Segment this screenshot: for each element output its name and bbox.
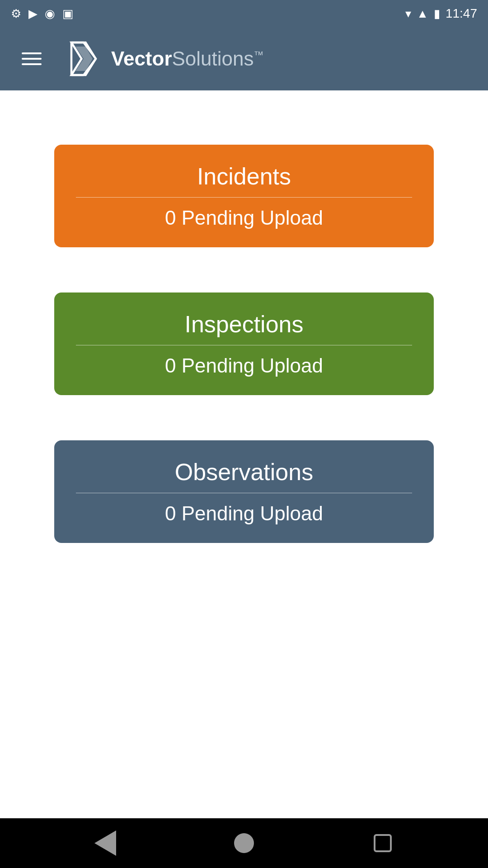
battery-icon: ▮	[434, 7, 440, 21]
incidents-divider	[76, 197, 412, 198]
recents-icon	[374, 834, 392, 852]
logo-text: Vector Solutions™	[111, 47, 264, 70]
inspections-title: Inspections	[184, 311, 303, 338]
status-bar: ⚙ ▶ ◉ ▣ ▾ ▲ ▮ 11:47	[0, 0, 488, 27]
menu-line-2	[22, 58, 42, 60]
incidents-button[interactable]: Incidents 0 Pending Upload	[54, 145, 434, 247]
sd-card-icon: ▣	[62, 7, 74, 21]
logo-icon	[63, 38, 104, 79]
incidents-title: Incidents	[197, 163, 291, 190]
recents-button[interactable]	[365, 825, 401, 861]
settings-icon: ⚙	[11, 7, 21, 21]
observations-button[interactable]: Observations 0 Pending Upload	[54, 440, 434, 543]
menu-line-1	[22, 52, 42, 54]
header: Vector Solutions™	[0, 27, 488, 90]
inspections-button[interactable]: Inspections 0 Pending Upload	[54, 292, 434, 395]
signal-icon: ▲	[417, 7, 428, 21]
status-time: 11:47	[446, 6, 477, 21]
wifi-icon: ▾	[405, 7, 411, 21]
inspections-subtitle: 0 Pending Upload	[165, 354, 323, 377]
status-icons-left: ⚙ ▶ ◉ ▣	[11, 7, 74, 21]
logo: Vector Solutions™	[63, 38, 264, 79]
inspections-divider	[76, 345, 412, 345]
incidents-subtitle: 0 Pending Upload	[165, 207, 323, 229]
back-icon	[94, 830, 116, 856]
status-icons-right: ▾ ▲ ▮ 11:47	[405, 6, 477, 21]
shield-icon: ▶	[28, 7, 38, 21]
bottom-nav-bar	[0, 818, 488, 868]
home-button[interactable]	[226, 825, 262, 861]
logo-bold-text: Vector	[111, 47, 172, 70]
back-button[interactable]	[87, 825, 123, 861]
observations-subtitle: 0 Pending Upload	[165, 502, 323, 525]
main-content: Incidents 0 Pending Upload Inspections 0…	[0, 90, 488, 818]
hamburger-menu-button[interactable]	[22, 52, 42, 65]
home-icon	[234, 833, 254, 853]
sync-icon: ◉	[45, 7, 55, 21]
observations-title: Observations	[175, 458, 313, 486]
menu-line-3	[22, 63, 42, 65]
logo-thin-text: Solutions™	[172, 47, 264, 70]
observations-divider	[76, 493, 412, 493]
